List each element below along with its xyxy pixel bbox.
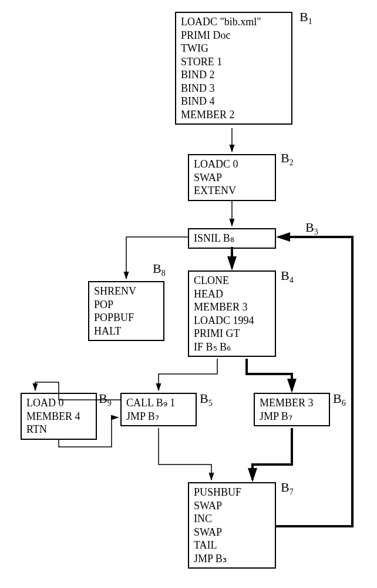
block-b5: CALL B₉ 1 JMP B₇ xyxy=(120,393,197,426)
code-line: PUSHBUF xyxy=(194,486,270,499)
code-line: MEMBER 4 xyxy=(26,410,91,423)
label-b1: B1 xyxy=(299,9,312,26)
code-line: JMP B₇ xyxy=(126,410,191,423)
code-line: MEMBER 2 xyxy=(181,108,287,122)
code-line: POPBUF xyxy=(94,311,159,325)
block-b8: SHRENV POP POPBUF HALT xyxy=(88,281,164,341)
code-line: SWAP xyxy=(194,499,270,513)
code-line: SWAP xyxy=(194,171,270,185)
label-b9: B9 xyxy=(99,391,112,408)
block-b9: LOAD 0 MEMBER 4 RTN xyxy=(21,393,97,440)
label-b8: B8 xyxy=(153,261,166,278)
code-line: HALT xyxy=(94,325,159,338)
code-line: CALL B₉ 1 xyxy=(126,396,191,410)
block-b3: ISNIL B₈ xyxy=(188,228,276,249)
label-b2: B2 xyxy=(281,151,294,168)
code-line: RTN xyxy=(26,423,91,436)
block-b7: PUSHBUF SWAP INC SWAP TAIL JMP B₃ xyxy=(188,482,276,569)
code-line: SHRENV xyxy=(94,285,159,298)
block-b2: LOADC 0 SWAP EXTENV xyxy=(188,154,276,201)
code-line: POP xyxy=(94,298,159,312)
code-line: JMP B₃ xyxy=(194,552,270,566)
label-b5: B5 xyxy=(200,391,213,408)
label-b3: B3 xyxy=(305,220,318,237)
code-line: LOADC "bib.xml" xyxy=(181,15,287,29)
code-line: TWIG xyxy=(181,42,287,55)
code-line: PRIMI GT xyxy=(194,327,270,340)
code-line: INC xyxy=(194,512,270,526)
code-line: BIND 3 xyxy=(181,82,287,95)
block-b4: CLONE HEAD MEMBER 3 LOADC 1994 PRIMI GT … xyxy=(188,270,276,357)
code-line: JMP B₇ xyxy=(260,410,324,423)
code-line: LOADC 0 xyxy=(194,158,270,171)
code-line: ISNIL B₈ xyxy=(194,232,270,245)
label-b6: B6 xyxy=(333,391,346,408)
code-line: TAIL xyxy=(194,539,270,552)
code-line: PRIMI Doc xyxy=(181,29,287,42)
code-line: EXTENV xyxy=(194,184,270,198)
block-b1: LOADC "bib.xml" PRIMI Doc TWIG STORE 1 B… xyxy=(175,12,292,125)
code-line: HEAD xyxy=(194,288,270,301)
code-line: LOADC 1994 xyxy=(194,314,270,328)
code-line: SWAP xyxy=(194,526,270,539)
code-line: STORE 1 xyxy=(181,55,287,69)
code-line: CLONE xyxy=(194,274,270,288)
code-line: BIND 2 xyxy=(181,68,287,82)
code-line: MEMBER 3 xyxy=(194,300,270,314)
code-line: IF B₅ B₆ xyxy=(194,340,270,354)
code-line: BIND 4 xyxy=(181,95,287,108)
code-line: MEMBER 3 xyxy=(260,396,324,410)
code-line: LOAD 0 xyxy=(26,396,91,410)
block-b6: MEMBER 3 JMP B₇ xyxy=(254,393,330,426)
label-b4: B4 xyxy=(281,268,294,285)
label-b7: B7 xyxy=(281,480,294,497)
